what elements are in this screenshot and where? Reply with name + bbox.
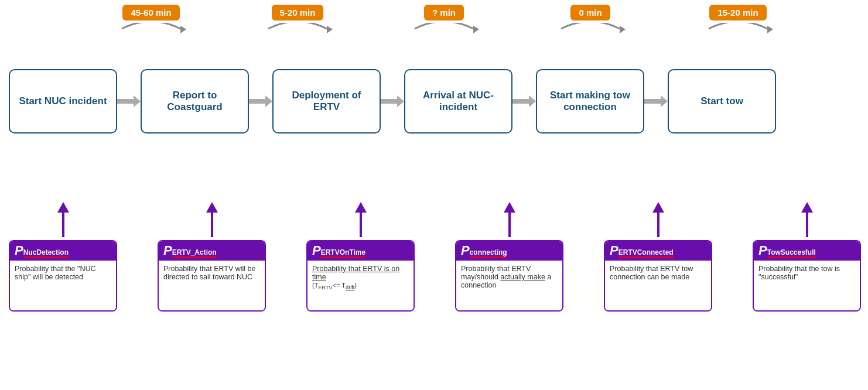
process-label-5: Start making tow connection: [543, 90, 637, 113]
svg-marker-11: [57, 202, 69, 213]
right-arrow-icon-2: [249, 94, 272, 108]
prob-p-letter-3: P: [312, 244, 321, 257]
process-box-5: Start making tow connection: [536, 69, 644, 134]
time-badge-5: 15-20 min: [709, 5, 766, 20]
process-label-3: Deployment of ERTV: [279, 90, 374, 113]
prob-body-2: Probability that ERTV will be directed t…: [159, 261, 265, 310]
prob-card-1: PNucDetection Probability that the "NUC …: [9, 240, 117, 312]
prob-header-5: PERTVConnected: [605, 241, 711, 261]
prob-group-4: Pconnecting Probability that ERTV may/sh…: [455, 202, 563, 312]
process-box-4: Arrival at NUC-incident: [404, 69, 512, 134]
prob-header-2: PERTV_Action: [159, 241, 265, 261]
curve-arrow-2: [262, 23, 333, 58]
process-label-4: Arrival at NUC-incident: [411, 90, 505, 113]
prob-card-2: PERTV_Action Probability that ERTV will …: [158, 240, 266, 312]
prob-p-letter-2: P: [163, 244, 172, 257]
curve-arrow-3: [409, 23, 479, 58]
prob-header-6: PTowSuccesfull: [754, 241, 860, 261]
prob-body-4: Probability that ERTV may/should actuall…: [456, 261, 562, 310]
process-box-6: Start tow: [668, 69, 776, 134]
right-arrow-icon-1: [117, 94, 141, 108]
arrow-1-2: [117, 94, 141, 108]
time-badge-4: 0 min: [570, 5, 610, 20]
svg-marker-6: [249, 95, 272, 107]
prob-sub-3: ERTVOnTime: [321, 248, 365, 258]
svg-marker-1: [327, 26, 333, 33]
svg-marker-2: [473, 26, 479, 33]
prob-underline-4: actually make: [500, 273, 545, 281]
prob-group-6: PTowSuccesfull Probability that the tow …: [753, 202, 861, 312]
prob-body-6: Probability that the tow is "successful": [754, 261, 860, 310]
arrow-4-5: [512, 94, 536, 108]
prob-sub-5: ERTVConnected: [618, 248, 674, 258]
prob-p-letter-1: P: [15, 244, 23, 257]
right-arrow-icon-3: [381, 94, 404, 108]
time-badge-3: ? min: [424, 5, 464, 20]
svg-marker-17: [504, 202, 515, 213]
prob-card-5: PERTVConnected Probability that ERTV tow…: [604, 240, 712, 312]
svg-marker-9: [644, 95, 668, 107]
prob-card-6: PTowSuccesfull Probability that the tow …: [753, 240, 861, 312]
prob-header-1: PNucDetection: [10, 241, 116, 261]
prob-formula-3: (TERTV<= Tdrift): [312, 282, 357, 289]
purple-up-arrow-2: [203, 202, 221, 240]
curve-arrow-5: [703, 23, 773, 58]
prob-body-1: Probability that the "NUC ship" will be …: [10, 261, 116, 310]
process-label-6: Start tow: [700, 95, 743, 107]
right-arrow-icon-4: [512, 94, 536, 108]
svg-marker-15: [355, 202, 367, 213]
prob-card-4: Pconnecting Probability that ERTV may/sh…: [455, 240, 563, 312]
prob-group-5: PERTVConnected Probability that ERTV tow…: [604, 202, 712, 312]
prob-sub-1: NucDetection: [23, 248, 69, 258]
time-badge-2: 5-20 min: [272, 5, 324, 20]
prob-body-3: Probability that ERTV is on time (TERTV<…: [307, 261, 414, 310]
prob-p-letter-6: P: [758, 244, 767, 257]
prob-sub-4: connecting: [470, 248, 507, 258]
purple-up-arrow-6: [798, 202, 816, 240]
svg-marker-5: [117, 95, 141, 107]
svg-marker-13: [206, 202, 218, 213]
prob-group-2: PERTV_Action Probability that ERTV will …: [158, 202, 266, 312]
diagram-container: 45-60 min 5-20 min ? min 0 min 15-20 min: [0, 0, 868, 390]
arrow-2-3: [249, 94, 272, 108]
process-row: Start NUC incident Report to Coastguard …: [9, 69, 861, 134]
prob-body-text-3a: Probability that ERTV is on time: [312, 265, 399, 281]
curve-arrow-4: [555, 23, 626, 58]
svg-marker-4: [767, 26, 773, 33]
prob-card-3: PERTVOnTime Probability that ERTV is on …: [306, 240, 415, 312]
prob-header-4: Pconnecting: [456, 241, 562, 261]
prob-body-5: Probability that ERTV tow connection can…: [605, 261, 711, 310]
prob-p-letter-4: P: [461, 244, 470, 257]
prob-group-1: PNucDetection Probability that the "NUC …: [9, 202, 117, 312]
svg-marker-8: [512, 95, 536, 107]
right-arrow-icon-5: [644, 94, 668, 108]
process-box-3: Deployment of ERTV: [272, 69, 381, 134]
time-group-4: 0 min: [555, 5, 626, 58]
process-box-2: Report to Coastguard: [141, 69, 249, 134]
svg-marker-21: [801, 202, 813, 213]
svg-marker-3: [620, 26, 626, 33]
purple-up-arrow-4: [501, 202, 518, 240]
arrow-5-6: [644, 94, 668, 108]
time-group-1: 45-60 min: [116, 5, 186, 58]
process-label-2: Report to Coastguard: [148, 90, 242, 113]
time-badge-1: 45-60 min: [122, 5, 179, 20]
prob-group-3: PERTVOnTime Probability that ERTV is on …: [306, 202, 415, 312]
prob-sub-6: TowSuccesfull: [767, 248, 816, 258]
time-group-3: ? min: [409, 5, 479, 58]
probability-row: PNucDetection Probability that the "NUC …: [9, 202, 861, 312]
svg-marker-7: [381, 95, 404, 107]
prob-header-3: PERTVOnTime: [307, 241, 414, 261]
prob-sub-2: ERTV_Action: [172, 248, 217, 258]
time-group-5: 15-20 min: [703, 5, 773, 58]
svg-marker-0: [180, 26, 186, 33]
time-group-2: 5-20 min: [262, 5, 333, 58]
purple-up-arrow-1: [54, 202, 72, 240]
svg-marker-19: [652, 202, 664, 213]
purple-up-arrow-3: [352, 202, 370, 240]
process-box-1: Start NUC incident: [9, 69, 117, 134]
curve-arrow-1: [116, 23, 186, 58]
prob-p-letter-5: P: [610, 244, 618, 257]
process-label-1: Start NUC incident: [19, 95, 107, 107]
arrow-3-4: [381, 94, 404, 108]
